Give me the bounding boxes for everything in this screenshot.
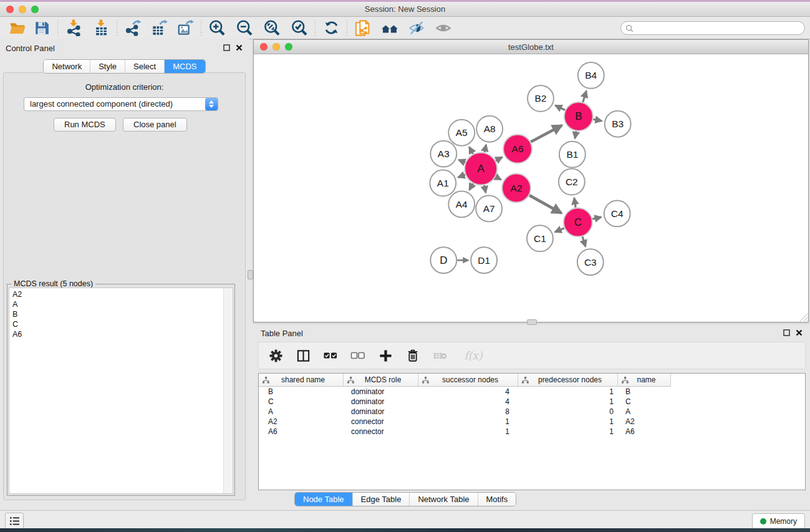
mcds-result-item[interactable]: A6 — [9, 329, 224, 339]
table-row[interactable]: Cdominator41C — [259, 397, 805, 407]
edge-A-A8[interactable] — [485, 145, 486, 152]
search-input[interactable] — [634, 22, 804, 34]
network-canvas[interactable]: B4B2BB3A8A5A6B1A3AA1C2A2A4A7C4CC1C3DD1 — [254, 54, 808, 322]
table-cell[interactable]: dominator — [344, 407, 418, 416]
close-network-window-button[interactable] — [260, 43, 268, 51]
horizontal-split-handle[interactable] — [527, 319, 537, 325]
table-cell[interactable]: connector — [344, 427, 418, 436]
show-graphics-details-icon[interactable] — [434, 19, 453, 37]
edge-B-B2[interactable] — [555, 105, 565, 110]
edge-C-C2[interactable] — [574, 198, 576, 207]
table-cell[interactable]: B — [259, 387, 344, 396]
table-cell[interactable]: dominator — [344, 387, 418, 396]
save-session-icon[interactable] — [32, 19, 51, 37]
edge-A-A2[interactable] — [496, 177, 501, 180]
table-cell[interactable]: 8 — [418, 407, 518, 416]
edge-A-A6[interactable] — [496, 157, 503, 161]
float-table-panel-icon[interactable] — [783, 329, 790, 336]
edge-A-A1[interactable] — [458, 175, 465, 177]
zoom-selected-icon[interactable] — [290, 19, 309, 37]
edge-C-C3[interactable] — [582, 236, 586, 246]
zoom-network-window-button[interactable] — [285, 43, 292, 51]
table-cell[interactable]: 1 — [518, 427, 618, 436]
close-window-button[interactable] — [6, 6, 14, 13]
task-history-button[interactable] — [5, 513, 24, 530]
table-cell[interactable]: 1 — [518, 397, 618, 406]
edge-A-A3[interactable] — [459, 160, 466, 162]
edge-A-A7[interactable] — [485, 185, 486, 193]
open-file-icon[interactable] — [7, 19, 26, 37]
criterion-select[interactable]: largest connected component (directed) — [24, 97, 218, 111]
tab-node-table[interactable]: Node Table — [295, 493, 352, 506]
edge-B-B3[interactable] — [593, 119, 602, 121]
table-cell[interactable]: B — [618, 387, 671, 396]
table-row[interactable]: Adominator80A — [259, 407, 805, 417]
table-cell[interactable]: C — [618, 397, 671, 406]
edge-B-B1[interactable] — [575, 131, 576, 138]
table-cell[interactable]: connector — [344, 417, 418, 426]
run-mcds-button[interactable]: Run MCDS — [54, 118, 116, 132]
select-stepper-icon[interactable] — [205, 98, 218, 110]
mcds-result-item[interactable]: A — [9, 299, 224, 309]
table-cell[interactable]: 1 — [518, 417, 618, 426]
import-table-icon[interactable] — [92, 19, 110, 37]
list-scrollbar[interactable] — [223, 288, 233, 493]
app-titlebar[interactable]: Session: New Session — [0, 2, 810, 17]
tab-style[interactable]: Style — [90, 60, 125, 73]
tab-mcds[interactable]: MCDS — [164, 60, 205, 73]
memory-button[interactable]: Memory — [752, 513, 805, 529]
minimize-network-window-button[interactable] — [272, 43, 280, 51]
table-cell[interactable]: A6 — [618, 427, 671, 436]
zoom-out-icon[interactable] — [235, 19, 254, 37]
tab-network-table[interactable]: Network Table — [409, 493, 477, 506]
network-window-titlebar[interactable]: testGlobe.txt — [254, 40, 808, 54]
table-cell[interactable]: A — [259, 407, 344, 416]
column-header-predecessor-nodes[interactable]: predecessor nodes — [518, 374, 618, 387]
tab-select[interactable]: Select — [125, 60, 164, 73]
node-table[interactable]: shared nameMCDS rolesuccessor nodesprede… — [258, 373, 806, 490]
search-box[interactable] — [620, 21, 805, 35]
table-row[interactable]: A6connector11A6 — [259, 427, 805, 437]
table-cell[interactable]: 4 — [418, 397, 518, 406]
close-panel-button[interactable]: Close panel — [123, 118, 187, 132]
table-cell[interactable]: 1 — [418, 427, 518, 436]
export-network-icon[interactable] — [123, 19, 142, 37]
select-all-columns-icon[interactable] — [322, 347, 339, 364]
mcds-result-item[interactable]: A2 — [9, 289, 224, 299]
column-header-MCDS-role[interactable]: MCDS role — [344, 374, 418, 387]
import-network-icon[interactable] — [64, 19, 83, 37]
export-table-icon[interactable] — [150, 19, 168, 37]
home-layout-icon[interactable] — [380, 19, 399, 37]
edge-B-B4[interactable] — [583, 91, 586, 102]
table-settings-gear-icon[interactable] — [268, 347, 284, 364]
tab-network[interactable]: Network — [44, 60, 90, 73]
zoom-fit-icon[interactable] — [263, 19, 281, 37]
export-image-icon[interactable] — [176, 19, 195, 37]
edge-C-C1[interactable] — [555, 228, 564, 232]
column-header-shared-name[interactable]: shared name — [259, 374, 344, 387]
add-column-icon[interactable] — [377, 347, 393, 364]
mcds-result-item[interactable]: B — [9, 309, 224, 319]
vertical-split-handle[interactable] — [248, 270, 253, 279]
hide-graphics-details-icon[interactable] — [407, 19, 426, 37]
zoom-window-button[interactable] — [31, 6, 39, 13]
edge-A-A4[interactable] — [470, 183, 473, 190]
table-cell[interactable]: C — [259, 397, 344, 406]
table-row[interactable]: A2connector11A2 — [259, 417, 805, 427]
table-cell[interactable]: A6 — [259, 427, 344, 436]
table-cell[interactable]: A2 — [618, 417, 671, 426]
edge-C-C4[interactable] — [592, 217, 601, 219]
close-table-panel-icon[interactable] — [796, 329, 803, 336]
tab-motifs[interactable]: Motifs — [478, 493, 516, 506]
minimize-window-button[interactable] — [19, 6, 26, 13]
edge-A6-B[interactable] — [531, 125, 562, 142]
edge-A2-C[interactable] — [529, 195, 561, 213]
table-cell[interactable]: 1 — [518, 387, 618, 396]
tab-edge-table[interactable]: Edge Table — [352, 493, 410, 506]
table-cell[interactable]: dominator — [344, 397, 418, 406]
new-network-from-file-icon[interactable] — [354, 19, 372, 37]
column-header-name[interactable]: name — [618, 374, 671, 387]
table-cell[interactable]: 1 — [418, 417, 518, 426]
zoom-in-icon[interactable] — [208, 19, 226, 37]
table-cell[interactable]: A — [618, 407, 671, 416]
